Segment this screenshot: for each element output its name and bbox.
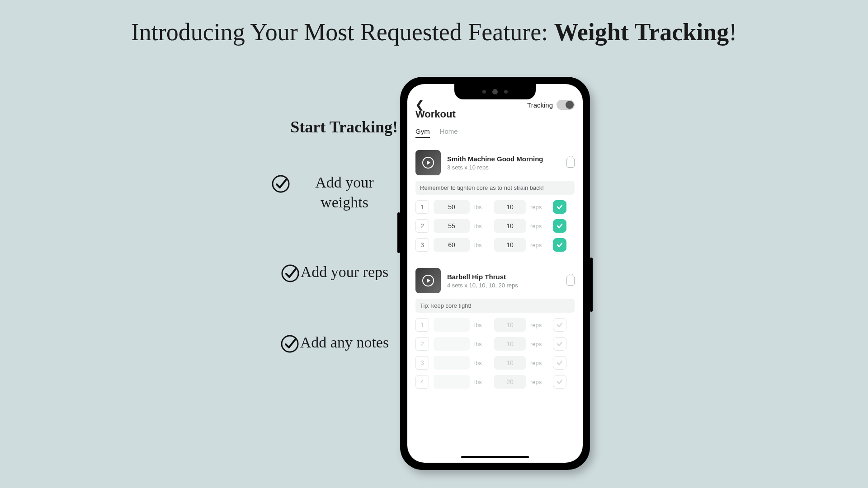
headline-suffix: ! — [729, 19, 737, 46]
set-index: 3 — [415, 238, 429, 252]
tracking-label: Tracking — [527, 101, 553, 109]
unit-lbs: lbs — [474, 322, 490, 328]
checkmark-circle-icon — [280, 334, 299, 353]
set-complete-checkbox[interactable] — [553, 356, 566, 370]
bullet-reps: Add your reps — [271, 262, 398, 283]
tab-gym[interactable]: Gym — [415, 127, 430, 138]
unit-lbs: lbs — [474, 223, 490, 230]
exercise-info: Barbell Hip Thrust 4 sets x 10, 10, 10, … — [447, 273, 560, 289]
exercise-card: Barbell Hip Thrust 4 sets x 10, 10, 10, … — [415, 268, 575, 389]
reps-input[interactable]: 10 — [494, 337, 526, 351]
sensor-dot-icon — [482, 90, 486, 94]
reps-input[interactable]: 10 — [494, 200, 526, 214]
reps-input[interactable]: 20 — [494, 375, 526, 389]
set-complete-checkbox[interactable] — [553, 238, 566, 252]
exercise-note[interactable]: Tip: keep core tight! — [415, 299, 575, 313]
exercise-note[interactable]: Remember to tighten core as to not strai… — [415, 181, 575, 195]
reps-input[interactable]: 10 — [494, 356, 526, 370]
sensor-dot-icon — [504, 90, 508, 94]
bullet-notes: Add any notes — [271, 333, 398, 353]
play-icon — [422, 275, 434, 286]
unit-reps: reps — [530, 322, 548, 328]
exercise-header: Barbell Hip Thrust 4 sets x 10, 10, 10, … — [415, 268, 575, 293]
unit-lbs: lbs — [474, 379, 490, 385]
set-index: 4 — [415, 375, 429, 389]
home-indicator — [461, 456, 529, 458]
unit-lbs: lbs — [474, 341, 490, 347]
set-index: 1 — [415, 318, 429, 332]
set-index: 3 — [415, 356, 429, 370]
weight-input[interactable] — [434, 318, 470, 332]
exercise-info: Smith Machine Good Morning 3 sets x 10 r… — [447, 155, 560, 171]
set-complete-checkbox[interactable] — [553, 219, 566, 233]
weight-input[interactable]: 55 — [434, 219, 470, 233]
bullet-weights: Add your weights — [271, 173, 398, 212]
weight-input[interactable] — [434, 356, 470, 370]
checkmark-circle-icon — [281, 264, 300, 283]
set-complete-checkbox[interactable] — [553, 200, 566, 214]
bullet-label: Add any notes — [300, 333, 389, 352]
unit-reps: reps — [530, 223, 548, 230]
screen-title: Workout — [415, 108, 456, 120]
exercise-header: Smith Machine Good Morning 3 sets x 10 r… — [415, 150, 575, 175]
set-row: 3 60 lbs 10 reps — [415, 238, 575, 252]
exercise-thumbnail[interactable] — [415, 268, 441, 293]
set-row: 1 50 lbs 10 reps — [415, 200, 575, 214]
unit-reps: reps — [530, 204, 548, 211]
reps-input[interactable]: 10 — [494, 238, 526, 252]
bullet-label: Add your weights — [291, 173, 398, 212]
feature-bullets: Start Tracking! Add your weights Add you… — [271, 117, 398, 403]
page-headline: Introducing Your Most Requested Feature:… — [0, 18, 868, 46]
unit-reps: reps — [530, 379, 548, 385]
weight-input[interactable]: 50 — [434, 200, 470, 214]
set-row: 2 55 lbs 10 reps — [415, 219, 575, 233]
set-index: 1 — [415, 200, 429, 214]
set-row: 2 lbs 10 reps — [415, 337, 575, 351]
exercise-thumbnail[interactable] — [415, 150, 441, 175]
unit-lbs: lbs — [474, 360, 490, 366]
exercise-meta: 4 sets x 10, 10, 10, 20 reps — [447, 282, 560, 289]
clipboard-icon[interactable] — [566, 276, 575, 286]
phone-frame: ❮ Tracking Workout Gym Home Smith Machin… — [400, 77, 590, 470]
unit-reps: reps — [530, 360, 548, 366]
bullet-label: Add your reps — [301, 262, 389, 282]
tracking-toggle-wrap: Tracking — [527, 100, 575, 110]
clipboard-icon[interactable] — [566, 158, 575, 168]
workout-content: Smith Machine Good Morning 3 sets x 10 r… — [407, 144, 583, 463]
set-index: 2 — [415, 337, 429, 351]
set-complete-checkbox[interactable] — [553, 318, 566, 332]
set-row: 3 lbs 10 reps — [415, 356, 575, 370]
set-row: 4 lbs 20 reps — [415, 375, 575, 389]
weight-input[interactable]: 60 — [434, 238, 470, 252]
set-complete-checkbox[interactable] — [553, 375, 566, 389]
set-row: 1 lbs 10 reps — [415, 318, 575, 332]
tab-home[interactable]: Home — [440, 127, 458, 138]
exercise-card: Smith Machine Good Morning 3 sets x 10 r… — [415, 150, 575, 252]
headline-prefix: Introducing Your Most Requested Feature: — [131, 19, 554, 46]
unit-lbs: lbs — [474, 204, 490, 211]
set-complete-checkbox[interactable] — [553, 337, 566, 351]
tracking-toggle[interactable] — [557, 100, 575, 110]
unit-reps: reps — [530, 341, 548, 347]
subheading: Start Tracking! — [271, 117, 398, 136]
checkmark-circle-icon — [271, 174, 290, 193]
exercise-name: Barbell Hip Thrust — [447, 273, 560, 281]
set-index: 2 — [415, 219, 429, 233]
unit-lbs: lbs — [474, 242, 490, 249]
tabs: Gym Home — [415, 127, 458, 138]
reps-input[interactable]: 10 — [494, 318, 526, 332]
exercise-name: Smith Machine Good Morning — [447, 155, 560, 163]
weight-input[interactable] — [434, 375, 470, 389]
weight-input[interactable] — [434, 337, 470, 351]
unit-reps: reps — [530, 242, 548, 249]
exercise-meta: 3 sets x 10 reps — [447, 164, 560, 171]
play-icon — [422, 157, 434, 169]
phone-screen: ❮ Tracking Workout Gym Home Smith Machin… — [407, 84, 583, 463]
reps-input[interactable]: 10 — [494, 219, 526, 233]
headline-bold: Weight Tracking — [554, 19, 729, 46]
